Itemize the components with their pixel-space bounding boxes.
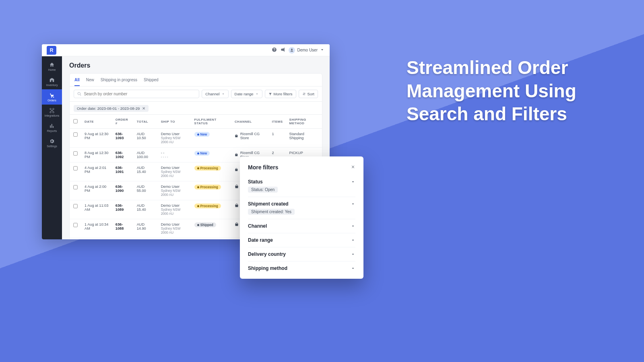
- close-icon[interactable]: ✕: [142, 106, 145, 111]
- facet-label: Date range: [248, 237, 273, 243]
- cell-date: 1 Aug at 11:03 AM: [81, 200, 112, 219]
- filter-facet[interactable]: Shipping method: [248, 261, 355, 275]
- cell-order: 636-1088: [112, 219, 134, 238]
- chevron-down-icon: [351, 224, 355, 228]
- cell-total: AUD 100.00: [134, 148, 158, 162]
- sidebar-item-integrations[interactable]: Integrations: [42, 105, 62, 120]
- sidebar-item-label: Inventory: [46, 84, 58, 86]
- row-checkbox[interactable]: [73, 166, 77, 170]
- filter-icon: [268, 92, 272, 96]
- search-input[interactable]: [84, 92, 196, 96]
- cell-total: AUD 15.40: [134, 200, 158, 219]
- sidebar-item-label: Orders: [47, 99, 56, 102]
- cell-shipto: Demo UserSydney NSW 2000 AU: [158, 181, 191, 200]
- cell-shipto: Demo UserSydney NSW 2000 AU: [158, 200, 191, 219]
- col-items[interactable]: ITEMS: [269, 115, 286, 129]
- row-checkbox[interactable]: [73, 132, 77, 136]
- filter-facet[interactable]: Delivery country: [248, 247, 355, 261]
- sidebar-item-settings[interactable]: Settings: [42, 135, 62, 150]
- cell-order: 636-1091: [112, 162, 134, 181]
- cell-date: 4 Aug at 2:00 PM: [81, 181, 112, 200]
- cell-items: 1: [269, 129, 286, 148]
- toolbar: Channel Date range More filters Sort: [70, 86, 322, 102]
- chevron-down-icon: [351, 266, 355, 271]
- sidebar-item-label: Reports: [47, 130, 57, 132]
- col-shipping[interactable]: SHIPPING METHOD: [286, 115, 322, 129]
- bag-icon: [235, 153, 238, 157]
- bag-icon: [235, 222, 239, 226]
- col-order[interactable]: ORDER #: [112, 115, 134, 129]
- table-row[interactable]: 9 Aug at 12:30 PM 636-1093 AUD 10.50 Dem…: [70, 129, 322, 148]
- cell-order: 636-1089: [112, 200, 134, 219]
- help-icon[interactable]: [272, 47, 277, 54]
- daterange-filter-button[interactable]: Date range: [231, 90, 262, 98]
- cell-status: Shipped: [191, 219, 232, 238]
- user-menu[interactable]: Demo User: [289, 47, 325, 53]
- search-icon: [77, 92, 81, 96]
- tabs: All New Shipping in progress Shipped: [70, 74, 322, 86]
- cell-total: AUD 10.50: [134, 129, 158, 148]
- sidebar: Home Inventory Orders Integrations Repor…: [42, 56, 62, 239]
- facet-label: Shipment created: [248, 201, 289, 207]
- filter-facet[interactable]: Channel: [248, 219, 355, 233]
- cell-shipto: - -- - - -: [158, 148, 191, 162]
- chevron-down-icon: [351, 179, 355, 184]
- filter-facet[interactable]: Shipment created Shipment created: Yes: [248, 197, 355, 219]
- col-channel[interactable]: CHANNEL: [231, 115, 269, 129]
- row-checkbox[interactable]: [73, 151, 77, 155]
- cell-total: AUD 55.00: [134, 181, 158, 200]
- cell-total: AUD 15.40: [134, 162, 158, 181]
- active-filter-chip[interactable]: Order date: 2023-08-01 - 2023-08-29 ✕: [74, 105, 149, 112]
- cell-status: New: [191, 129, 232, 148]
- sidebar-item-orders[interactable]: Orders: [42, 89, 62, 105]
- sidebar-item-label: Settings: [47, 145, 57, 148]
- cell-date: 9 Aug at 12:30 PM: [81, 129, 112, 148]
- tab-shipping-in-progress[interactable]: Shipping in progress: [101, 76, 137, 86]
- facet-value-chip[interactable]: Shipment created: Yes: [248, 209, 295, 215]
- sidebar-item-label: Home: [48, 68, 56, 71]
- facet-value-chip[interactable]: Status: Open: [248, 187, 278, 193]
- cell-channel: Ricemill CG Store: [231, 129, 269, 148]
- sidebar-item-home[interactable]: Home: [42, 59, 62, 74]
- facet-label: Shipping method: [248, 265, 287, 271]
- cell-date: 4 Aug at 2:01 PM: [81, 162, 112, 181]
- cell-shipto: Demo UserSydney NSW 2000 AU: [158, 129, 191, 148]
- search-input-wrap[interactable]: [74, 90, 199, 98]
- sort-button[interactable]: Sort: [299, 90, 318, 98]
- sidebar-item-reports[interactable]: Reports: [42, 120, 62, 135]
- tab-shipped[interactable]: Shipped: [144, 76, 159, 86]
- marketing-headline: Streamlined Order Management Using Searc…: [407, 56, 608, 126]
- select-all-checkbox[interactable]: [73, 119, 77, 123]
- cell-order: 636-1093: [112, 129, 134, 148]
- bag-icon: [235, 185, 239, 189]
- row-checkbox[interactable]: [73, 185, 77, 189]
- sidebar-item-inventory[interactable]: Inventory: [42, 74, 62, 89]
- tab-new[interactable]: New: [86, 76, 94, 86]
- cell-shipto: Demo UserSydney NSW 2000 AU: [158, 162, 191, 181]
- filter-facet[interactable]: Date range: [248, 233, 355, 247]
- col-status[interactable]: FULFILMENT STATUS: [191, 115, 232, 129]
- cell-status: Processing: [191, 162, 232, 181]
- col-total[interactable]: TOTAL: [134, 115, 158, 129]
- more-filters-button[interactable]: More filters: [265, 90, 296, 98]
- col-shipto[interactable]: SHIP TO: [158, 115, 191, 129]
- logo-icon[interactable]: [47, 46, 56, 55]
- row-checkbox[interactable]: [73, 204, 77, 208]
- row-checkbox[interactable]: [73, 223, 77, 227]
- tab-all[interactable]: All: [74, 76, 80, 86]
- bag-icon: [235, 168, 238, 172]
- sidebar-item-label: Integrations: [45, 114, 60, 117]
- cell-status: Processing: [191, 181, 232, 200]
- chevron-down-icon: [351, 202, 355, 206]
- filter-facet[interactable]: Status Status: Open: [248, 175, 355, 197]
- close-icon[interactable]: [351, 164, 355, 171]
- chevron-down-icon: [351, 238, 355, 243]
- active-filters-row: Order date: 2023-08-01 - 2023-08-29 ✕: [70, 102, 322, 115]
- announcement-icon[interactable]: [280, 47, 285, 54]
- cell-status: New: [191, 148, 232, 162]
- channel-filter-button[interactable]: Channel: [202, 90, 228, 98]
- col-date[interactable]: DATE: [81, 115, 112, 129]
- cell-date: 1 Aug at 10:34 AM: [81, 219, 112, 238]
- facet-label: Channel: [248, 223, 267, 229]
- cell-shipto: Demo UserSydney NSW 2000 AU: [158, 219, 191, 238]
